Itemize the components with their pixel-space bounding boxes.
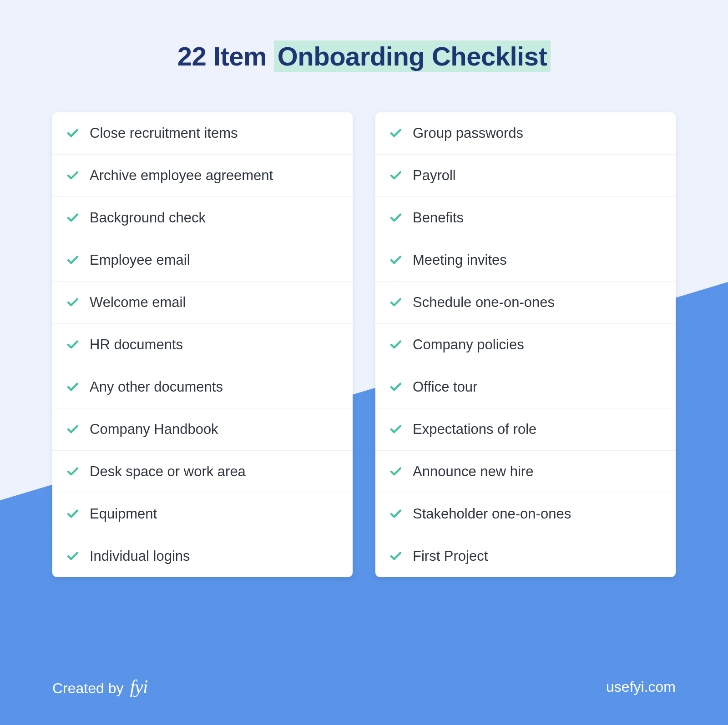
checklist-item-label: Any other documents (90, 379, 223, 395)
checklist-item: Background check (52, 197, 353, 239)
footer: Created by fyi usefyi.com (0, 676, 728, 698)
checklist-item-label: Archive employee agreement (90, 167, 273, 184)
checklist-item-label: Equipment (90, 506, 157, 522)
checklist-card-right: Group passwordsPayrollBenefitsMeeting in… (375, 112, 676, 577)
checklist-item-label: Employee email (90, 252, 190, 268)
checklist-item-label: Expectations of role (413, 421, 536, 438)
checklist-item-label: Company policies (413, 337, 524, 353)
checklist-item: Welcome email (52, 282, 353, 324)
checklist-item-label: Close recruitment items (90, 125, 238, 141)
check-icon (66, 380, 80, 394)
checklist-item: Equipment (52, 493, 353, 535)
checklist-card-left: Close recruitment itemsArchive employee … (52, 112, 353, 577)
checklist-item: Company Handbook (52, 408, 353, 451)
checklist-item: HR documents (52, 324, 353, 366)
checklist-item-label: Payroll (413, 167, 456, 184)
checklist-item: Stakeholder one-on-ones (375, 493, 676, 535)
checklist-item: Any other documents (52, 366, 353, 408)
checklist-item: Announce new hire (375, 451, 676, 493)
check-icon (389, 380, 403, 394)
checklist-item-label: First Project (413, 548, 488, 564)
checklist-item-label: Welcome email (90, 294, 186, 311)
title-prefix: 22 Item (177, 41, 274, 71)
checklist-item-label: Group passwords (413, 125, 523, 141)
check-icon (389, 169, 403, 182)
checklist-item: Individual logins (52, 535, 353, 577)
check-icon (389, 126, 403, 140)
checklist-item: Desk space or work area (52, 451, 353, 493)
check-icon (66, 338, 80, 352)
checklist-item-label: Desk space or work area (90, 463, 246, 480)
check-icon (389, 549, 403, 563)
checklist-item-label: Stakeholder one-on-ones (413, 506, 571, 522)
checklist-item-label: Benefits (413, 210, 464, 226)
check-icon (66, 423, 80, 436)
check-icon (66, 253, 80, 267)
checklist-item-label: Schedule one-on-ones (413, 294, 555, 311)
checklist-item: Employee email (52, 239, 353, 282)
checklist-item: Company policies (375, 324, 676, 366)
check-icon (389, 465, 403, 478)
check-icon (66, 211, 80, 225)
check-icon (66, 296, 80, 309)
checklist-item-label: Announce new hire (413, 463, 533, 480)
checklist-item: First Project (375, 535, 676, 577)
check-icon (389, 507, 403, 521)
check-icon (389, 296, 403, 309)
check-icon (66, 126, 80, 140)
checklist-item: Expectations of role (375, 408, 676, 451)
checklist-item-label: Company Handbook (90, 421, 218, 438)
checklist-item: Close recruitment items (52, 112, 353, 155)
checklist-item: Schedule one-on-ones (375, 282, 676, 324)
check-icon (66, 465, 80, 478)
created-by-label: Created by (52, 680, 124, 697)
checklist-item-label: Office tour (413, 379, 477, 395)
checklist-item-label: Meeting invites (413, 252, 507, 268)
checklist-item: Payroll (375, 155, 676, 197)
check-icon (66, 549, 80, 563)
created-by: Created by fyi (52, 676, 148, 698)
fyi-logo: fyi (130, 676, 148, 698)
check-icon (389, 211, 403, 225)
check-icon (66, 169, 80, 182)
check-icon (389, 253, 403, 267)
checklist-columns: Close recruitment itemsArchive employee … (52, 112, 676, 577)
checklist-item: Group passwords (375, 112, 676, 155)
checklist-item: Benefits (375, 197, 676, 239)
check-icon (66, 507, 80, 521)
checklist-item-label: HR documents (90, 337, 183, 353)
checklist-item: Office tour (375, 366, 676, 408)
check-icon (389, 423, 403, 436)
title-highlight: Onboarding Checklist (274, 40, 551, 72)
checklist-item: Meeting invites (375, 239, 676, 282)
footer-url: usefyi.com (606, 679, 676, 695)
page-title: 22 Item Onboarding Checklist (52, 41, 676, 71)
checklist-item-label: Background check (90, 210, 206, 226)
check-icon (389, 338, 403, 352)
checklist-item-label: Individual logins (90, 548, 190, 564)
checklist-item: Archive employee agreement (52, 155, 353, 197)
